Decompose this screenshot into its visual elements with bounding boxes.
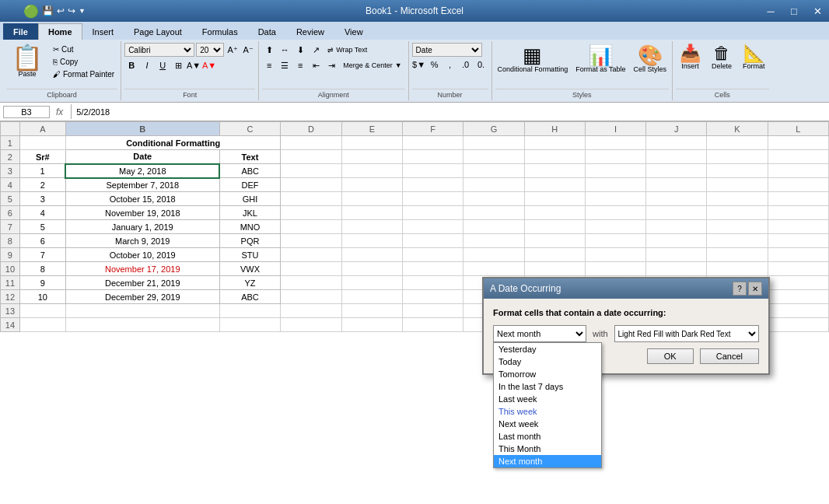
dropdown-item-nextweek[interactable]: Next week [494,418,601,430]
cell-a8[interactable]: 6 [19,234,65,248]
cell-13-3[interactable] [281,304,341,318]
cell-c12[interactable]: ABC [219,290,281,304]
row-header-5[interactable]: 5 [1,192,20,206]
cell-d10[interactable] [281,262,341,276]
cut-button[interactable]: ✂ Cut [50,44,117,55]
col-header-d[interactable]: D [281,122,341,136]
cell-b9[interactable]: October 10, 2019 [65,248,219,262]
cell-b8[interactable]: March 9, 2019 [65,234,219,248]
cell-k9[interactable] [707,248,768,262]
dropdown-item-yesterday[interactable]: Yesterday [494,343,601,355]
tab-formulas[interactable]: Formulas [192,23,248,40]
maximize-button[interactable]: □ [782,0,806,22]
cell-j7[interactable] [646,220,707,234]
tab-data[interactable]: Data [248,23,286,40]
cell-i2[interactable] [585,150,645,164]
merge-center-button[interactable]: Merge & Center ▼ [340,60,404,71]
align-top-button[interactable]: ⬆ [262,43,276,57]
cell-h8[interactable] [524,234,585,248]
col-header-j[interactable]: J [646,122,707,136]
cell-14-2[interactable] [219,318,281,332]
cell-i4[interactable] [585,178,645,192]
cell-13-0[interactable] [19,304,65,318]
cell-d2[interactable] [281,150,341,164]
ok-button[interactable]: OK [647,348,694,364]
cell-e10[interactable] [341,262,402,276]
col-header-a[interactable]: A [19,122,65,136]
cell-j8[interactable] [646,234,707,248]
format-painter-button[interactable]: 🖌 Format Painter [50,68,117,80]
cell-d7[interactable] [281,220,341,234]
font-size-select[interactable]: 20 [196,43,224,57]
indent-less-button[interactable]: ⇤ [309,58,323,72]
borders-button[interactable]: ⊞ [171,58,185,72]
minimize-button[interactable]: ─ [759,0,782,22]
col-header-c[interactable]: C [219,122,281,136]
cell-l11[interactable] [768,276,828,290]
cell-e12[interactable] [341,290,402,304]
col-header-f[interactable]: F [403,122,463,136]
cell-styles-button[interactable]: 🎨 Cell Styles [631,43,670,75]
formula-input[interactable] [76,107,826,117]
number-format-select[interactable]: Date [412,43,482,57]
cell-i3[interactable] [585,164,645,178]
cell-g8[interactable] [463,234,524,248]
col-header-b[interactable]: B [65,122,219,136]
cell-e7[interactable] [341,220,402,234]
cell-i9[interactable] [585,248,645,262]
align-left-button[interactable]: ≡ [262,58,276,72]
cell-h9[interactable] [524,248,585,262]
cell-e9[interactable] [341,248,402,262]
col-header-e[interactable]: E [341,122,402,136]
cell-i8[interactable] [585,234,645,248]
cell-h10[interactable] [524,262,585,276]
cell-e2[interactable] [341,150,402,164]
cell-b3[interactable]: May 2, 2018 [65,164,219,178]
cell-k8[interactable] [707,234,768,248]
cell-h4[interactable] [524,178,585,192]
cell-f11[interactable] [403,276,463,290]
cell-l12[interactable] [768,290,828,304]
cell-j10[interactable] [646,262,707,276]
col-header-l[interactable]: L [768,122,828,136]
cell-b6[interactable]: November 19, 2018 [65,206,219,220]
cell-14-3[interactable] [281,318,341,332]
bold-button[interactable]: B [124,58,138,72]
customize-icon[interactable]: ▼ [79,7,86,15]
tab-review[interactable]: Review [286,23,334,40]
dropdown-item-nextmonth[interactable]: Next month [494,455,601,467]
dropdown-item-lastmonth[interactable]: Last month [494,430,601,443]
cell-k4[interactable] [707,178,768,192]
cell-g2[interactable] [463,150,524,164]
currency-button[interactable]: $▼ [412,58,426,72]
cell-l5[interactable] [768,192,828,206]
insert-button[interactable]: 📥 Insert [676,43,705,72]
cell-f7[interactable] [403,220,463,234]
col-header-h[interactable]: H [524,122,585,136]
dropdown-item-lastweek[interactable]: Last week [494,393,601,405]
cell-e8[interactable] [341,234,402,248]
cell-i7[interactable] [585,220,645,234]
cell-f8[interactable] [403,234,463,248]
cell-f4[interactable] [403,178,463,192]
cell-reference-input[interactable] [3,106,50,118]
dropdown-item-today[interactable]: Today [494,355,601,368]
tab-home[interactable]: Home [38,23,82,40]
row-header-11[interactable]: 11 [1,276,20,290]
dropdown-item-thisweek[interactable]: This week [494,405,601,418]
cell-c6[interactable]: JKL [219,206,281,220]
cell-a4[interactable]: 2 [19,178,65,192]
row-header-10[interactable]: 10 [1,262,20,276]
increase-font-button[interactable]: A⁺ [226,43,240,57]
cell-i6[interactable] [585,206,645,220]
cell-e4[interactable] [341,178,402,192]
cell-l4[interactable] [768,178,828,192]
cell-k5[interactable] [707,192,768,206]
font-name-select[interactable]: Calibri [124,43,194,57]
cell-b10[interactable]: November 17, 2019 [65,262,219,276]
cell-d6[interactable] [281,206,341,220]
cell-k2[interactable] [707,150,768,164]
cell-c4[interactable]: DEF [219,178,281,192]
redo-icon[interactable]: ↪ [68,5,75,16]
row-header-14[interactable]: 14 [1,318,20,332]
